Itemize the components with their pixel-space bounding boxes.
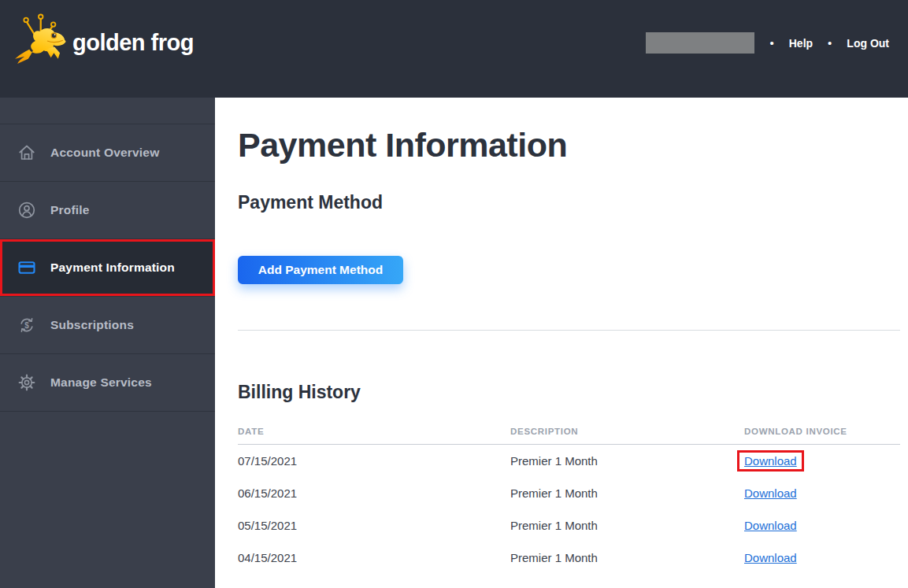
profile-icon xyxy=(17,201,36,220)
home-icon xyxy=(17,143,36,162)
sidebar-item-label: Subscriptions xyxy=(50,318,134,332)
column-header-description: DESCRIPTION xyxy=(510,427,744,436)
sidebar-item[interactable]: $ Subscriptions xyxy=(0,297,215,354)
column-header-date: DATE xyxy=(238,427,510,436)
download-invoice-link[interactable]: Download xyxy=(744,454,797,468)
sidebar-item-label: Manage Services xyxy=(50,375,152,390)
sidebar: Account Overview Profile Payment Informa… xyxy=(0,98,215,588)
brand-wordmark: golden frog xyxy=(72,30,194,56)
cell-date: 07/15/2021 xyxy=(238,454,510,468)
billing-history-heading: Billing History xyxy=(238,382,900,402)
nav-separator-dot: • xyxy=(828,37,832,49)
credit-card-icon xyxy=(17,258,36,277)
cell-description: Premier 1 Month xyxy=(510,486,744,500)
top-nav: • Help • Log Out xyxy=(646,32,889,54)
nav-separator-dot: • xyxy=(769,37,773,49)
gear-icon xyxy=(17,373,36,392)
sidebar-item-label: Payment Information xyxy=(50,261,175,275)
sidebar-spacer xyxy=(0,98,215,124)
table-row: 07/15/2021 Premier 1 Month Download xyxy=(238,445,900,477)
download-invoice-link[interactable]: Download xyxy=(744,486,797,500)
table-row: 04/15/2021 Premier 1 Month Download xyxy=(238,542,900,574)
download-invoice-link[interactable]: Download xyxy=(744,519,797,532)
golden-frog-logo-icon[interactable] xyxy=(13,8,72,74)
sidebar-item[interactable]: Account Overview xyxy=(0,124,215,182)
download-link-wrap: Download xyxy=(737,515,804,536)
cell-description: Premier 1 Month xyxy=(510,551,744,564)
logout-link[interactable]: Log Out xyxy=(847,37,889,50)
billing-history-table: DATE DESCRIPTION DOWNLOAD INVOICE 07/15/… xyxy=(238,427,900,574)
add-payment-method-button[interactable]: Add Payment Method xyxy=(238,256,403,284)
help-link[interactable]: Help xyxy=(789,37,813,50)
table-row: 05/15/2021 Premier 1 Month Download xyxy=(238,509,900,542)
download-invoice-link[interactable]: Download xyxy=(744,551,797,564)
app-header: golden frog • Help • Log Out xyxy=(0,0,908,98)
main-content: Payment Information Payment Method Add P… xyxy=(215,98,908,588)
cell-date: 04/15/2021 xyxy=(238,551,510,564)
account-masked-box xyxy=(646,32,754,54)
column-header-download-invoice: DOWNLOAD INVOICE xyxy=(744,427,900,436)
sidebar-item-label: Account Overview xyxy=(50,146,159,160)
table-header-row: DATE DESCRIPTION DOWNLOAD INVOICE xyxy=(238,427,900,445)
billing-cycle-icon: $ xyxy=(17,316,36,335)
sidebar-item-label: Profile xyxy=(50,203,90,217)
svg-text:$: $ xyxy=(24,321,29,330)
section-divider xyxy=(238,330,900,331)
cell-date: 06/15/2021 xyxy=(238,486,510,500)
download-link-wrap: Download xyxy=(737,547,804,568)
cell-description: Premier 1 Month xyxy=(510,454,744,468)
payment-method-heading: Payment Method xyxy=(238,192,900,213)
sidebar-item[interactable]: Manage Services xyxy=(0,354,215,412)
table-row: 06/15/2021 Premier 1 Month Download xyxy=(238,477,900,509)
sidebar-item[interactable]: Payment Information xyxy=(0,239,215,297)
download-link-wrap: Download xyxy=(737,483,804,504)
cell-date: 05/15/2021 xyxy=(238,519,510,532)
cell-description: Premier 1 Month xyxy=(510,519,744,532)
page-title: Payment Information xyxy=(238,127,900,163)
annotation-box-download: Download xyxy=(737,450,804,472)
sidebar-item[interactable]: Profile xyxy=(0,182,215,239)
